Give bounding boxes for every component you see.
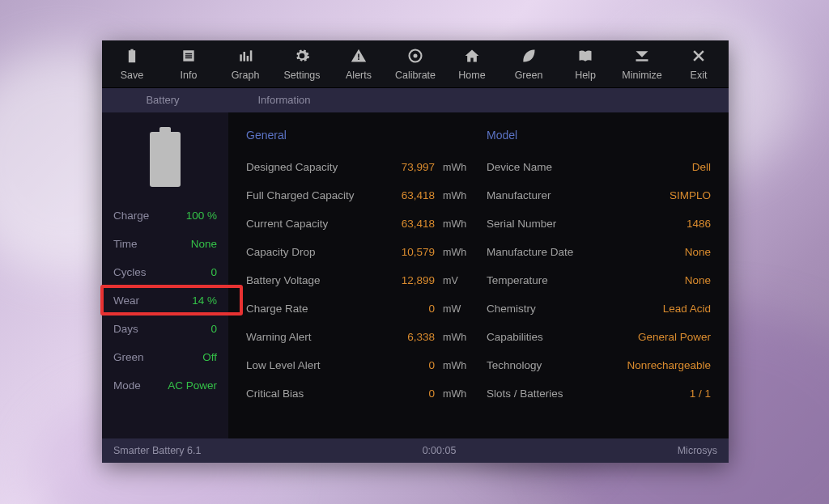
data-value: Nonrechargeable	[627, 359, 711, 371]
alerts-button[interactable]: Alerts	[330, 45, 387, 81]
toolbar-label: Info	[181, 70, 198, 81]
data-value: 0	[428, 303, 435, 315]
toolbar-label: Exit	[691, 70, 708, 81]
data-label: Capabilities	[487, 331, 543, 343]
general-row: Charge Rate0mW	[246, 294, 470, 323]
data-label: Battery Voltage	[246, 274, 321, 286]
general-row: Full Charged Capacity63,418mWh	[246, 181, 470, 210]
data-value: 12,899	[402, 274, 435, 286]
battery-graphic	[113, 127, 217, 187]
data-unit: mV	[443, 275, 470, 286]
model-row: Slots / Batteries1 / 1	[487, 379, 711, 408]
data-label: Warning Alert	[246, 331, 312, 343]
model-row: Device NameDell	[487, 153, 711, 181]
app-window: SaveInfoGraphSettingsAlertsCalibrateHome…	[102, 40, 729, 463]
save-button[interactable]: Save	[104, 45, 160, 81]
model-row: Manufacture DateNone	[487, 238, 711, 266]
calibrate-button[interactable]: Calibrate	[387, 45, 444, 81]
exit-button[interactable]: Exit	[670, 45, 727, 81]
data-value: 73,997	[402, 161, 435, 173]
target-icon	[406, 47, 424, 65]
data-label: Current Capacity	[246, 218, 328, 230]
side-label: Charge	[113, 210, 149, 222]
model-row: CapabilitiesGeneral Power	[487, 323, 711, 351]
data-value: 63,418	[402, 218, 435, 230]
minimize-button[interactable]: Minimize	[614, 45, 670, 81]
help-button[interactable]: Help	[557, 45, 614, 81]
side-value: AC Power	[168, 379, 217, 392]
data-value: None	[685, 274, 711, 286]
general-column: General Designed Capacity73,997mWhFull C…	[246, 129, 470, 430]
svg-rect-0	[240, 54, 242, 61]
svg-rect-3	[250, 50, 253, 61]
data-label: Chemistry	[487, 303, 536, 315]
main-body: Charge100 %TimeNoneCycles0Wear14 %Days0G…	[102, 112, 729, 438]
side-row-green: GreenOff	[113, 343, 217, 371]
svg-rect-2	[247, 56, 249, 61]
data-value: Dell	[692, 161, 711, 173]
content-panel: General Designed Capacity73,997mWhFull C…	[228, 112, 729, 438]
model-row: TemperatureNone	[487, 266, 711, 294]
tabs-row: BatteryInformation	[102, 88, 729, 112]
data-value: 10,579	[402, 246, 435, 258]
side-row-days: Days0	[113, 315, 217, 343]
tab-information[interactable]: Information	[223, 88, 345, 112]
side-label: Green	[113, 351, 144, 363]
data-value: 1 / 1	[690, 388, 711, 400]
footer-time: 0:00:05	[201, 445, 677, 456]
model-column: Model Device NameDellManufacturerSIMPLOS…	[487, 129, 711, 430]
data-label: Temperature	[487, 274, 548, 286]
minimize-icon	[633, 47, 651, 65]
toolbar-label: Minimize	[622, 70, 661, 81]
general-row: Capacity Drop10,579mWh	[246, 238, 470, 266]
model-row: ChemistryLead Acid	[487, 294, 711, 323]
battery-icon	[123, 47, 141, 65]
side-row-wear: Wear14 %	[113, 286, 217, 315]
data-value: 0	[428, 359, 435, 371]
model-title: Model	[487, 129, 711, 142]
model-row: Serial Number1486	[487, 210, 711, 238]
general-row: Critical Bias0mWh	[246, 379, 470, 408]
tab-battery[interactable]: Battery	[102, 88, 223, 112]
side-label: Wear	[113, 294, 139, 307]
side-label: Days	[113, 323, 138, 335]
leaf-icon	[520, 47, 538, 65]
graph-button[interactable]: Graph	[217, 45, 274, 81]
data-value: SIMPLO	[670, 189, 711, 201]
toolbar: SaveInfoGraphSettingsAlertsCalibrateHome…	[102, 40, 729, 88]
battery-icon	[150, 132, 181, 187]
alert-icon	[350, 47, 368, 65]
green-button[interactable]: Green	[500, 45, 557, 81]
data-label: Manufacture Date	[487, 246, 573, 258]
data-label: Capacity Drop	[246, 246, 316, 258]
home-icon	[463, 47, 481, 65]
general-row: Low Level Alert0mWh	[246, 351, 470, 379]
home-button[interactable]: Home	[444, 45, 500, 81]
footer-app-name: Smarter Battery 6.1	[113, 445, 201, 456]
data-unit: mWh	[443, 247, 470, 258]
side-value: 0	[210, 266, 217, 278]
data-value: 1486	[687, 218, 711, 230]
general-row: Designed Capacity73,997mWh	[246, 153, 470, 181]
toolbar-label: Calibrate	[395, 70, 436, 81]
side-value: Off	[202, 351, 217, 363]
data-label: Critical Bias	[246, 388, 304, 400]
info-button[interactable]: Info	[160, 45, 217, 81]
data-label: Device Name	[487, 161, 552, 173]
side-value: 0	[210, 323, 217, 335]
data-label: Serial Number	[487, 218, 556, 230]
side-row-charge: Charge100 %	[113, 201, 217, 230]
data-label: Designed Capacity	[246, 161, 338, 173]
side-label: Mode	[113, 379, 141, 392]
data-unit: mW	[443, 303, 470, 315]
data-value: General Power	[638, 331, 711, 343]
data-label: Low Level Alert	[246, 359, 321, 371]
data-label: Charge Rate	[246, 303, 308, 315]
toolbar-label: Home	[458, 70, 485, 81]
toolbar-label: Settings	[283, 70, 320, 81]
footer-company: Microsys	[678, 445, 717, 456]
toolbar-label: Help	[575, 70, 596, 81]
side-row-cycles: Cycles0	[113, 258, 217, 286]
settings-button[interactable]: Settings	[274, 45, 330, 81]
model-row: TechnologyNonrechargeable	[487, 351, 711, 379]
